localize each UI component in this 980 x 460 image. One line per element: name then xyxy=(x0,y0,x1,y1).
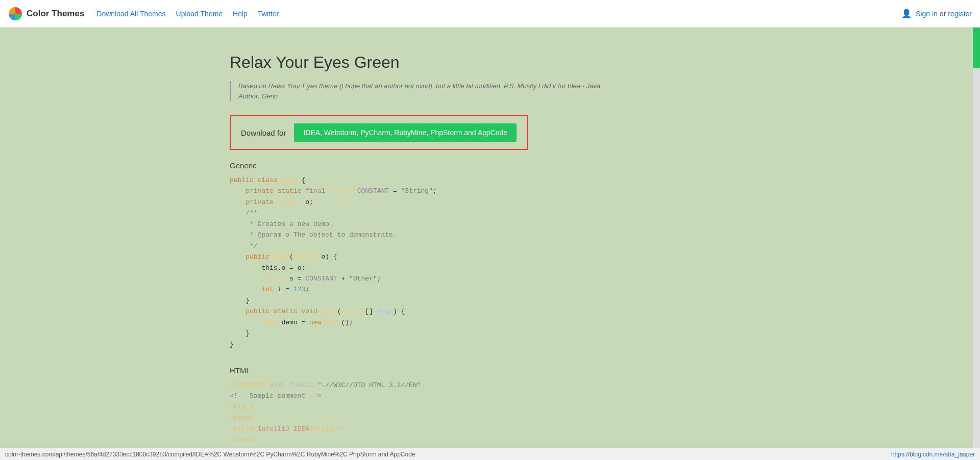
section-html-label: HTML xyxy=(230,366,750,375)
scrollbar-track[interactable] xyxy=(973,28,980,460)
navbar: Color Themes Download All Themes Upload … xyxy=(0,0,980,28)
nav-twitter[interactable]: Twitter xyxy=(258,10,279,18)
sign-in-link[interactable]: Sign in xyxy=(916,10,938,18)
page-title: Relax Your Eyes Green xyxy=(230,53,750,72)
statusbar-right: https://blog.cdn.me/atta_jasper xyxy=(891,451,975,458)
download-label: Download for xyxy=(241,129,286,137)
description-block: Based on Relax Your Eyes theme (I hope t… xyxy=(230,81,750,101)
nav-links: Download All Themes Upload Theme Help Tw… xyxy=(96,10,901,18)
nav-download-all[interactable]: Download All Themes xyxy=(96,10,165,18)
auth-separator: or xyxy=(940,10,946,18)
java-code-block: public class Demo { private static final… xyxy=(230,175,750,350)
statusbar-left: color-themes.com/api/themes/56af4d27333e… xyxy=(5,451,415,458)
description-line2: Author: Genn xyxy=(238,91,750,101)
user-icon: 👤 xyxy=(901,9,912,18)
main-content: Relax Your Eyes Green Based on Relax You… xyxy=(209,28,771,460)
register-link[interactable]: register xyxy=(948,10,972,18)
statusbar: color-themes.com/api/themes/56af4d27333e… xyxy=(0,448,980,460)
description-line1: Based on Relax Your Eyes theme (I hope t… xyxy=(238,81,750,91)
nav-help[interactable]: Help xyxy=(233,10,248,18)
scrollbar-thumb[interactable] xyxy=(973,28,980,68)
download-button[interactable]: IDEA, Webstorm, PyCharm, RubyMine, PhpSt… xyxy=(294,123,517,142)
section-generic-label: Generic xyxy=(230,161,750,170)
download-box: Download for IDEA, Webstorm, PyCharm, Ru… xyxy=(230,115,528,150)
logo-text: Color Themes xyxy=(27,9,84,19)
logo-link[interactable]: Color Themes xyxy=(8,7,84,21)
nav-auth: 👤 Sign in or register xyxy=(901,9,972,18)
logo-icon xyxy=(8,7,22,21)
nav-upload-theme[interactable]: Upload Theme xyxy=(176,10,223,18)
